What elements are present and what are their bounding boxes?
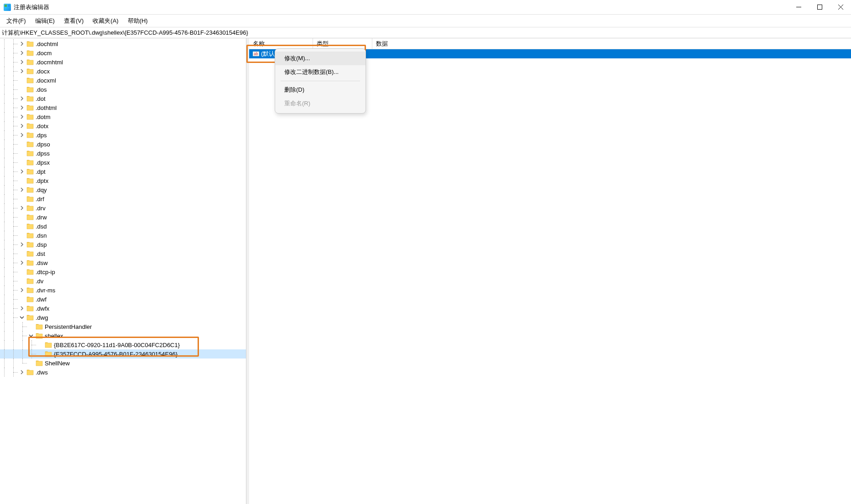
tree-node-docxml[interactable]: .docxml — [0, 76, 246, 85]
chevron-right-icon[interactable] — [18, 58, 26, 66]
tree-node-dpso[interactable]: .dpso — [0, 140, 246, 149]
tree-node-dwfx[interactable]: .dwfx — [0, 304, 246, 313]
folder-icon — [26, 187, 34, 193]
tree-label: .docm — [36, 50, 52, 57]
address-bar[interactable]: 计算机\HKEY_CLASSES_ROOT\.dwg\shellex\{E357… — [0, 27, 851, 38]
chevron-right-icon[interactable] — [18, 49, 26, 57]
tree-label: {E357FCCD-A995-4576-B01F-234630154E96} — [54, 351, 178, 358]
chevron-down-icon[interactable] — [27, 332, 35, 339]
tree-panel[interactable]: .dochtml.docm.docmhtml.docx.docxml.dos.d… — [0, 38, 246, 504]
folder-icon — [26, 86, 34, 93]
tree-node-dv[interactable]: .dv — [0, 276, 246, 286]
folder-icon — [26, 214, 34, 220]
tree-node-dwf[interactable]: .dwf — [0, 295, 246, 304]
folder-icon — [26, 150, 34, 156]
tree-node-drw[interactable]: .drw — [0, 213, 246, 222]
tree-node-dpt[interactable]: .dpt — [0, 167, 246, 176]
folder-icon — [36, 360, 43, 366]
tree-label: .docmhtml — [36, 59, 63, 66]
chevron-right-icon[interactable] — [18, 95, 26, 102]
tree-node-dsp[interactable]: .dsp — [0, 240, 246, 249]
maximize-button[interactable] — [809, 0, 830, 15]
tree-node-dsn[interactable]: .dsn — [0, 231, 246, 240]
tree-node-dst[interactable]: .dst — [0, 249, 246, 258]
tree-label: .dos — [36, 86, 47, 93]
tree-node-persistenthandler[interactable]: PersistentHandler — [0, 322, 246, 331]
menu-file[interactable]: 文件(F) — [2, 15, 31, 27]
tree-label: .dsd — [36, 223, 47, 230]
tree-node-dps[interactable]: .dps — [0, 130, 246, 140]
tree-node-dsw[interactable]: .dsw — [0, 258, 246, 267]
chevron-right-icon[interactable] — [18, 241, 26, 248]
chevron-right-icon[interactable] — [18, 113, 26, 120]
tree-node-drf[interactable]: .drf — [0, 194, 246, 203]
tree-node-shellnew[interactable]: ShellNew — [0, 359, 246, 368]
col-data[interactable]: 数据 — [372, 38, 851, 49]
svg-rect-2 — [817, 5, 822, 10]
menu-view[interactable]: 查看(V) — [59, 15, 88, 27]
chevron-right-icon[interactable] — [18, 186, 26, 193]
tree-label: .dwf — [36, 296, 47, 303]
tree-label: .drf — [36, 196, 44, 203]
tree-node-docmhtml[interactable]: .docmhtml — [0, 57, 246, 67]
tree-node-docx[interactable]: .docx — [0, 67, 246, 76]
chevron-right-icon[interactable] — [18, 204, 26, 212]
menu-favorites[interactable]: 收藏夹(A) — [88, 15, 123, 27]
folder-icon — [26, 205, 34, 211]
menu-help[interactable]: 帮助(H) — [123, 15, 152, 27]
chevron-down-icon[interactable] — [18, 314, 26, 321]
folder-icon — [45, 351, 52, 357]
tree-label: .dqy — [36, 187, 47, 193]
tree-node-dws[interactable]: .dws — [0, 368, 246, 377]
tree-label: .dst — [36, 250, 45, 257]
chevron-right-icon[interactable] — [18, 369, 26, 376]
col-type[interactable]: 类型 — [313, 38, 372, 49]
minimize-button[interactable] — [788, 0, 809, 15]
address-text: 计算机\HKEY_CLASSES_ROOT\.dwg\shellex\{E357… — [2, 29, 248, 37]
chevron-right-icon[interactable] — [18, 40, 26, 47]
tree-label: .dotx — [36, 123, 48, 130]
chevron-right-icon[interactable] — [18, 286, 26, 294]
tree-node-dwg[interactable]: .dwg — [0, 313, 246, 322]
chevron-right-icon[interactable] — [18, 122, 26, 130]
chevron-right-icon[interactable] — [18, 104, 26, 111]
chevron-right-icon[interactable] — [18, 259, 26, 266]
tree-node-dothtml[interactable]: .dothtml — [0, 103, 246, 112]
tree-node-dotx[interactable]: .dotx — [0, 121, 246, 130]
tree-node-drv[interactable]: .drv — [0, 203, 246, 213]
tree-node-dpss[interactable]: .dpss — [0, 149, 246, 158]
context-delete[interactable]: 删除(D) — [275, 83, 365, 97]
list-panel[interactable]: 名称 类型 数据 (默认) 修改(M)... 修改二进制数据(B)... 删除(… — [249, 38, 851, 504]
context-modify-binary[interactable]: 修改二进制数据(B)... — [275, 65, 365, 79]
window-controls — [788, 0, 851, 15]
tree-node-dochtml[interactable]: .dochtml — [0, 39, 246, 48]
menu-edit[interactable]: 编辑(E) — [31, 15, 59, 27]
tree-node-e357fccda9954576b01f234630154e96[interactable]: {E357FCCD-A995-4576-B01F-234630154E96} — [0, 349, 246, 359]
tree-node-dptx[interactable]: .dptx — [0, 176, 246, 185]
close-button[interactable] — [830, 0, 851, 15]
tree-node-shellex[interactable]: shellex — [0, 331, 246, 340]
tree-node-dot[interactable]: .dot — [0, 94, 246, 103]
tree-node-dpsx[interactable]: .dpsx — [0, 158, 246, 167]
col-name[interactable]: 名称 — [249, 38, 313, 49]
tree-label: .dpsx — [36, 159, 50, 166]
tree-node-dsd[interactable]: .dsd — [0, 222, 246, 231]
chevron-right-icon[interactable] — [18, 168, 26, 175]
folder-icon — [26, 314, 34, 321]
folder-icon — [26, 159, 34, 166]
tree-node-dos[interactable]: .dos — [0, 85, 246, 94]
chevron-right-icon[interactable] — [18, 68, 26, 75]
tree-node-bb2e617c092011d19a0b00c04fc2d6c1[interactable]: {BB2E617C-0920-11d1-9A0B-00C04FC2D6C1} — [0, 340, 246, 349]
chevron-right-icon[interactable] — [18, 305, 26, 312]
context-modify[interactable]: 修改(M)... — [275, 52, 365, 65]
tree-label: shellex — [45, 333, 63, 339]
tree-node-docm[interactable]: .docm — [0, 48, 246, 57]
folder-icon — [26, 168, 34, 175]
tree-node-dvrms[interactable]: .dvr-ms — [0, 286, 246, 295]
tree-node-dotm[interactable]: .dotm — [0, 112, 246, 121]
tree-label: .dps — [36, 132, 47, 139]
tree-node-dqy[interactable]: .dqy — [0, 185, 246, 194]
chevron-right-icon[interactable] — [18, 131, 26, 139]
tree-node-dtcpip[interactable]: .dtcp-ip — [0, 267, 246, 276]
tree-label: .drv — [36, 205, 46, 212]
